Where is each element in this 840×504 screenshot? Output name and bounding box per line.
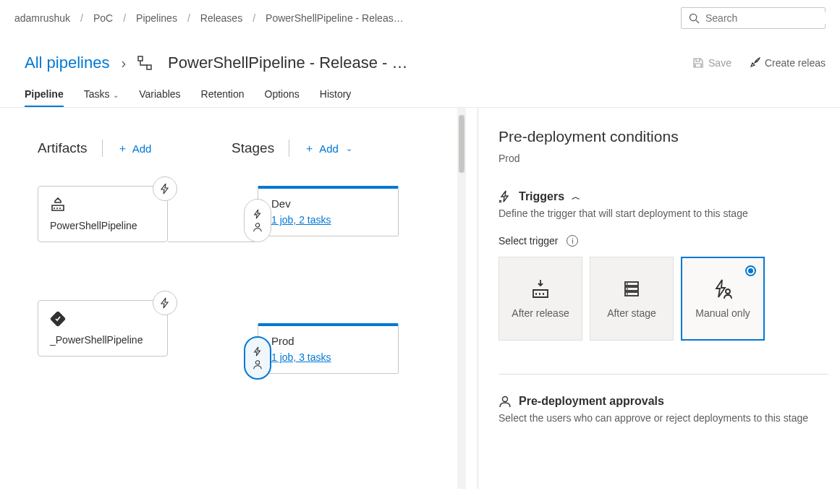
radio-selected-icon xyxy=(745,265,756,276)
search-box[interactable] xyxy=(681,7,826,29)
artifact-card[interactable]: _PowerShellPipeline xyxy=(38,300,168,356)
approvals-section-header[interactable]: Pre-deployment approvals xyxy=(499,395,828,408)
pipeline-canvas[interactable]: Artifacts ＋ Add PowerShellPipeline xyxy=(0,108,478,489)
plus-icon: ＋ xyxy=(117,142,128,155)
divider xyxy=(499,374,828,375)
person-icon xyxy=(253,222,263,232)
title-row: All pipelines › PowerShellPipeline - Rel… xyxy=(0,42,840,78)
add-artifact-label: Add xyxy=(132,142,152,155)
chevron-up-icon: ︿ xyxy=(572,191,580,203)
add-stage-label: Add xyxy=(319,142,339,155)
tab-retention[interactable]: Retention xyxy=(201,88,245,107)
svg-point-14 xyxy=(726,289,730,294)
artifacts-title: Artifacts xyxy=(38,140,88,156)
create-release-button[interactable]: Create releas xyxy=(749,57,826,69)
save-button[interactable]: Save xyxy=(692,57,731,69)
trigger-badge[interactable] xyxy=(153,291,177,315)
svg-point-12 xyxy=(627,289,628,290)
svg-point-6 xyxy=(255,223,259,227)
plus-icon: ＋ xyxy=(304,142,315,155)
tab-variables[interactable]: Variables xyxy=(139,88,180,107)
stage-jobs-link[interactable]: 1 job, 2 tasks xyxy=(271,214,331,226)
breadcrumb-item[interactable]: PoC xyxy=(93,12,113,24)
add-stage-button[interactable]: ＋ Add ⌄ xyxy=(304,142,352,155)
add-artifact-button[interactable]: ＋ Add xyxy=(117,142,152,155)
stage-name: Prod xyxy=(271,335,388,347)
bolt-arrow-icon xyxy=(499,190,512,203)
select-trigger-label: Select trigger xyxy=(499,235,558,247)
stages-title: Stages xyxy=(232,140,274,156)
chevron-right-icon: › xyxy=(121,55,126,72)
trigger-option-label: After release xyxy=(512,307,569,319)
panel-stage-label: Prod xyxy=(499,153,828,164)
search-input[interactable] xyxy=(705,12,832,24)
triggers-header-label: Triggers xyxy=(519,190,564,203)
bolt-icon xyxy=(253,209,263,219)
tab-options[interactable]: Options xyxy=(265,88,300,107)
bolt-icon xyxy=(159,297,171,309)
svg-point-15 xyxy=(503,397,508,402)
trigger-option-label: After stage xyxy=(607,307,656,319)
trigger-after-stage[interactable]: After stage xyxy=(590,257,674,341)
breadcrumb-item[interactable]: adamrushuk xyxy=(14,12,70,24)
repo-icon xyxy=(50,311,156,327)
stage-name: Dev xyxy=(271,197,388,210)
search-icon xyxy=(689,13,700,24)
divider xyxy=(102,140,103,157)
svg-point-13 xyxy=(627,294,628,295)
svg-point-4 xyxy=(755,61,757,62)
tab-history[interactable]: History xyxy=(320,88,352,107)
breadcrumb-item[interactable]: PowerShellPipeline - Releas… xyxy=(266,12,404,24)
pipeline-icon xyxy=(137,56,152,70)
save-icon xyxy=(692,57,704,69)
approvals-desc: Select the users who can approve or reje… xyxy=(499,412,828,424)
main: Artifacts ＋ Add PowerShellPipeline xyxy=(0,108,840,489)
stage-card-dev[interactable]: Dev 1 job, 2 tasks xyxy=(258,186,399,236)
stack-icon xyxy=(621,278,642,300)
breadcrumb-sep: / xyxy=(123,12,126,24)
bolt-icon xyxy=(253,346,263,356)
artifact-card[interactable]: PowerShellPipeline xyxy=(38,186,168,242)
chevron-down-icon: ⌄ xyxy=(111,91,119,99)
breadcrumb-item[interactable]: Pipelines xyxy=(136,12,177,24)
scrollbar-vertical[interactable] xyxy=(457,108,466,489)
approvals-header-label: Pre-deployment approvals xyxy=(519,395,664,408)
breadcrumb-sep: / xyxy=(253,12,255,24)
stage-jobs-link[interactable]: 1 job, 3 tasks xyxy=(271,351,331,363)
trigger-badge[interactable] xyxy=(153,176,177,201)
pre-deploy-pill[interactable] xyxy=(244,199,271,242)
svg-rect-2 xyxy=(138,56,143,61)
artifact-name: _PowerShellPipeline xyxy=(50,334,156,346)
bolt-person-icon xyxy=(712,278,734,300)
pre-deploy-panel: Pre-deployment conditions Prod Triggers … xyxy=(478,108,840,489)
download-building-icon xyxy=(530,278,551,300)
panel-title: Pre-deployment conditions xyxy=(499,128,828,145)
chevron-down-icon: ⌄ xyxy=(346,144,352,153)
stage-card-prod[interactable]: Prod 1 job, 3 tasks xyxy=(258,323,399,374)
trigger-options: After release After stage Manual only xyxy=(499,257,828,341)
svg-point-11 xyxy=(627,283,628,285)
svg-rect-3 xyxy=(147,65,151,69)
person-icon xyxy=(253,359,263,370)
breadcrumb-sep: / xyxy=(187,12,190,24)
info-icon[interactable]: i xyxy=(567,235,578,247)
title-actions: Save Create releas xyxy=(692,57,826,69)
tab-tasks[interactable]: Tasks ⌄ xyxy=(84,88,119,107)
tabs: Pipeline Tasks ⌄ Variables Retention Opt… xyxy=(0,78,840,108)
person-icon xyxy=(499,395,512,408)
building-icon xyxy=(50,197,156,213)
all-pipelines-link[interactable]: All pipelines xyxy=(25,54,109,72)
svg-point-0 xyxy=(690,14,696,20)
triggers-section-header[interactable]: Triggers ︿ xyxy=(499,190,828,203)
stages-column: Stages ＋ Add ⌄ Dev 1 job, 2 tasks xyxy=(232,140,449,461)
breadcrumb: adamrushuk / PoC / Pipelines / Releases … xyxy=(0,0,840,42)
page-title: PowerShellPipeline - Release - … xyxy=(168,54,407,72)
pre-deploy-pill[interactable] xyxy=(244,336,271,380)
trigger-option-label: Manual only xyxy=(695,307,750,319)
tab-pipeline[interactable]: Pipeline xyxy=(25,88,64,107)
trigger-manual-only[interactable]: Manual only xyxy=(681,257,765,341)
save-label: Save xyxy=(708,57,731,69)
breadcrumb-item[interactable]: Releases xyxy=(200,12,242,24)
trigger-after-release[interactable]: After release xyxy=(499,257,582,341)
artifacts-column: Artifacts ＋ Add PowerShellPipeline xyxy=(38,140,211,414)
